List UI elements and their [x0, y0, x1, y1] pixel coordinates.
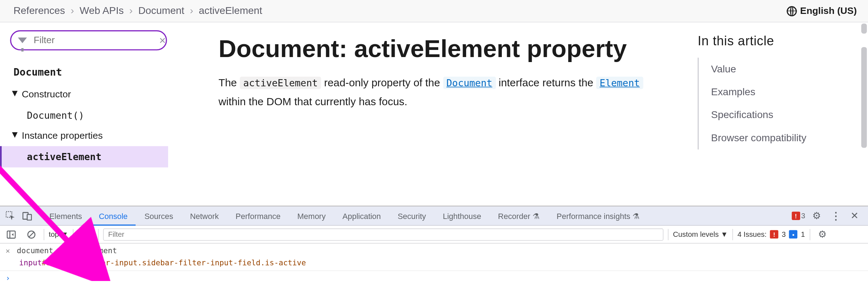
errors-badge[interactable]: ! 3 [792, 211, 805, 220]
collapse-icon: ▼ [10, 129, 19, 141]
sidebar-group-instance-properties[interactable]: ▼Instance properties [10, 126, 173, 146]
intro-paragraph: The activeElement read-only property of … [218, 73, 644, 111]
console-toolbar: top ▼ Custom levels ▼ 4 Issues: !3 ▪1 ⚙ [0, 226, 868, 244]
console-expression: document.activeElement [17, 246, 117, 255]
toc-item-browser-compat[interactable]: Browser compatibility [711, 127, 861, 149]
tab-performance[interactable]: Performance [228, 206, 288, 225]
log-levels-selector[interactable]: Custom levels ▼ [673, 230, 728, 239]
table-of-contents: In this article Value Examples Specifica… [694, 22, 868, 205]
breadcrumb-activeelement[interactable]: activeElement [199, 5, 262, 17]
tab-memory[interactable]: Memory [289, 206, 333, 225]
tab-console[interactable]: Console [91, 206, 136, 225]
devtools-tabstrip: Elements Console Sources Network Perform… [0, 206, 868, 225]
device-toolbar-icon[interactable] [19, 208, 35, 224]
sidebar-filter-input[interactable] [32, 34, 153, 47]
flask-icon: ⚗ [533, 211, 540, 220]
issues-info-count: 1 [801, 230, 805, 239]
svg-line-7 [29, 232, 34, 237]
chevron-down-icon: ▼ [61, 230, 68, 239]
error-icon: ! [770, 230, 778, 239]
settings-icon[interactable]: ⚙ [809, 208, 824, 224]
sidebar-item-activeelement[interactable]: activeElement [0, 146, 168, 168]
result-element-selector: #sidebar-filter-input.sidebar-filter-inp… [42, 258, 306, 267]
page-scrollbar[interactable] [861, 24, 867, 34]
sidebar-group-label: Instance properties [22, 131, 103, 141]
tab-sources[interactable]: Sources [137, 206, 181, 225]
tab-network[interactable]: Network [182, 206, 227, 225]
page-title: Document: activeElement property [218, 35, 683, 63]
chevron-right-icon: › [129, 5, 132, 17]
live-expression-icon[interactable] [78, 226, 94, 242]
code-activeelement: activeElement [240, 76, 321, 89]
collapse-icon: ▼ [10, 88, 19, 99]
toc-item-specifications[interactable]: Specifications [711, 103, 861, 126]
toc-item-value[interactable]: Value [711, 58, 861, 81]
sidebar-item-document[interactable]: Document() [10, 105, 173, 126]
breadcrumb-references[interactable]: References [14, 5, 65, 17]
flask-icon: ⚗ [632, 211, 640, 220]
sidebar-heading[interactable]: Document [10, 58, 173, 85]
more-icon[interactable]: ⋮ [828, 208, 843, 224]
sidebar-group-label: Constructor [22, 89, 71, 100]
toc-item-examples[interactable]: Examples [711, 81, 861, 103]
console-result-line[interactable]: input#sidebar-filter-input.sidebar-filte… [0, 257, 868, 271]
language-label: English (US) [800, 5, 857, 16]
svg-rect-4 [7, 231, 15, 238]
context-label: top [49, 230, 59, 239]
chevron-right-icon: › [190, 5, 193, 17]
toc-heading: In this article [698, 34, 861, 49]
language-switcher[interactable]: English (US) [787, 0, 857, 22]
console-input-line: ✕ document.activeElement [0, 244, 868, 257]
clear-entry-icon[interactable]: ✕ [6, 246, 12, 255]
sidebar-toggle-icon[interactable] [3, 226, 19, 242]
console-output: ✕ document.activeElement input#sidebar-f… [0, 244, 868, 285]
globe-icon [787, 6, 797, 16]
sidebar: × Document ▼Constructor Document() ▼Inst… [0, 22, 179, 205]
tab-security[interactable]: Security [390, 206, 434, 225]
link-element[interactable]: Element [596, 76, 643, 89]
tab-recorder[interactable]: Recorder⚗ [490, 206, 547, 225]
issues-summary[interactable]: 4 Issues: !3 ▪1 [737, 230, 805, 239]
chevron-down-icon: ▼ [721, 230, 728, 239]
sidebar-group-constructor[interactable]: ▼Constructor [10, 85, 173, 105]
info-icon: ▪ [789, 230, 798, 239]
tab-lighthouse[interactable]: Lighthouse [435, 206, 489, 225]
link-document[interactable]: Document [443, 76, 495, 89]
page-body: × Document ▼Constructor Document() ▼Inst… [0, 22, 868, 206]
breadcrumb-document[interactable]: Document [138, 5, 184, 17]
svg-rect-3 [27, 214, 31, 220]
chevron-right-icon: › [71, 5, 74, 17]
content-scrollbar[interactable] [861, 47, 867, 148]
tab-application[interactable]: Application [335, 206, 389, 225]
console-settings-icon[interactable]: ⚙ [814, 226, 830, 242]
tab-elements[interactable]: Elements [41, 206, 90, 225]
svg-point-8 [84, 233, 87, 236]
issues-label: 4 Issues: [737, 230, 767, 239]
error-icon: ! [792, 211, 800, 220]
clear-icon[interactable]: × [159, 34, 166, 47]
console-filter-input[interactable] [103, 228, 663, 241]
inspect-element-icon[interactable] [2, 208, 18, 224]
close-devtools-icon[interactable]: ✕ [847, 208, 862, 224]
tab-performance-insights[interactable]: Performance insights⚗ [549, 206, 648, 225]
article: Document: activeElement property The act… [179, 22, 694, 205]
error-count: 3 [801, 211, 805, 220]
console-prompt[interactable]: › [0, 271, 868, 285]
breadcrumb-bar: References › Web APIs › Document › activ… [0, 0, 868, 22]
issues-error-count: 3 [782, 230, 786, 239]
filter-icon [18, 37, 27, 43]
sidebar-filter[interactable]: × [10, 30, 167, 51]
devtools: Elements Console Sources Network Perform… [0, 206, 868, 285]
result-element-tag: input [19, 258, 42, 267]
execution-context-selector[interactable]: top ▼ [49, 230, 69, 239]
clear-console-icon[interactable] [24, 226, 39, 242]
breadcrumb-webapis[interactable]: Web APIs [80, 5, 124, 17]
